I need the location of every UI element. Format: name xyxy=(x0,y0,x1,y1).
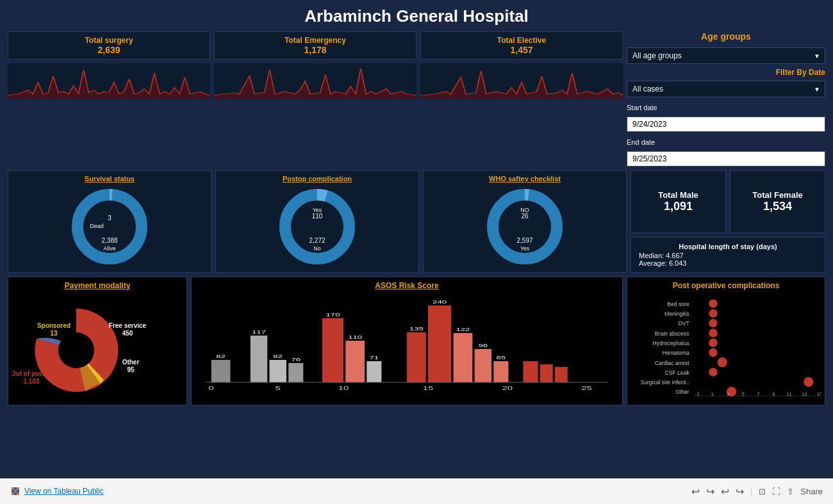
total-emergency-value: 1,178 xyxy=(221,45,409,55)
tableau-link[interactable]: View on Tableau Public xyxy=(24,487,104,496)
svg-point-77 xyxy=(709,329,717,337)
tableau-icon xyxy=(10,486,21,496)
fullscreen-icon[interactable]: ⛶ xyxy=(772,487,780,496)
survival-title[interactable]: Survival status xyxy=(12,175,207,183)
top-left: Total surgery 2,639 Total Emergency 1,17… xyxy=(8,31,623,167)
filter-date-label: Filter By Date xyxy=(627,68,825,77)
date-filter-select[interactable]: All cases xyxy=(627,81,825,97)
svg-rect-103 xyxy=(12,490,14,492)
stat-cards-row: Total surgery 2,639 Total Emergency 1,17… xyxy=(8,31,623,60)
asos-card: ASOS Risk Score 82 82 76 117 170 xyxy=(191,277,623,405)
sparkline-row xyxy=(8,63,623,99)
svg-text:Brain abscess: Brain abscess xyxy=(655,330,689,337)
svg-text:117: 117 xyxy=(252,329,266,335)
svg-point-85 xyxy=(709,368,717,376)
hosp-stay-title: Hospital length of stay (days) xyxy=(639,243,817,250)
svg-text:96: 96 xyxy=(478,343,488,348)
footer-right: ↩ ↪ ↩ ↪ | ⊡ ⛶ ⇧ Share xyxy=(691,485,823,498)
middle-section: Survival status 3 Dead 2,388 Alive Posto… xyxy=(8,170,825,273)
footer-bar: View on Tableau Public ↩ ↪ ↩ ↪ | ⊡ ⛶ ⇧ S… xyxy=(0,478,833,504)
svg-text:Alive: Alive xyxy=(103,245,116,252)
svg-point-25 xyxy=(58,332,94,368)
svg-text:Meningitis: Meningitis xyxy=(664,311,689,317)
bottom-row: Payment modality Spon xyxy=(8,277,825,405)
age-groups-select-wrapper[interactable]: All age groups xyxy=(627,47,825,64)
svg-text:82: 82 xyxy=(216,354,226,359)
svg-rect-59 xyxy=(524,361,538,382)
total-elective-value: 1,457 xyxy=(427,45,616,55)
svg-text:Hematoma: Hematoma xyxy=(663,350,689,356)
svg-text:11: 11 xyxy=(786,391,791,397)
survival-card: Survival status 3 Dead 2,388 Alive xyxy=(8,170,211,273)
forward-icon[interactable]: ↪ xyxy=(736,485,744,498)
gender-hosp-section: Total Male 1,091 Total Female 1,534 Hosp… xyxy=(631,170,825,273)
total-female-value: 1,534 xyxy=(737,200,818,213)
svg-text:2,597: 2,597 xyxy=(516,237,532,244)
top-section: Total surgery 2,639 Total Emergency 1,17… xyxy=(8,31,825,167)
payment-card: Payment modality Spon xyxy=(8,277,187,405)
svg-rect-47 xyxy=(367,361,381,382)
revert-icon[interactable]: ↩ xyxy=(721,485,729,498)
total-surgery-value: 2,639 xyxy=(15,45,203,55)
svg-text:Sponsored: Sponsored xyxy=(37,322,70,329)
elective-sparkline xyxy=(420,63,623,99)
svg-text:0: 0 xyxy=(209,385,214,391)
total-female-card: Total Female 1,534 xyxy=(730,170,825,233)
middle-left: Survival status 3 Dead 2,388 Alive Posto… xyxy=(8,170,825,273)
end-date-input[interactable] xyxy=(627,151,825,167)
svg-text:15: 15 xyxy=(423,385,434,391)
svg-rect-105 xyxy=(17,490,19,492)
svg-text:-1: -1 xyxy=(695,391,700,397)
svg-text:450: 450 xyxy=(122,330,133,337)
view-icon[interactable]: ⊡ xyxy=(759,487,766,496)
start-date-input[interactable] xyxy=(627,117,825,132)
svg-text:95: 95 xyxy=(127,366,135,373)
svg-rect-43 xyxy=(322,318,343,382)
svg-rect-35 xyxy=(211,360,231,382)
svg-text:7: 7 xyxy=(757,391,759,397)
total-surgery-label: Total surgery xyxy=(15,36,203,45)
svg-rect-49 xyxy=(407,332,426,382)
svg-point-79 xyxy=(709,339,717,347)
who-card: WHO saftey checklist NO 26 2,597 Yes xyxy=(423,170,627,273)
share-icon[interactable]: ⇧ xyxy=(787,487,794,496)
svg-rect-45 xyxy=(345,341,365,382)
svg-text:110: 110 xyxy=(348,334,362,340)
svg-text:3: 3 xyxy=(727,391,729,397)
who-title[interactable]: WHO saftey checklist xyxy=(427,175,622,183)
svg-text:65: 65 xyxy=(497,355,506,361)
svg-text:5: 5 xyxy=(742,391,745,397)
svg-text:13: 13 xyxy=(50,330,58,337)
svg-rect-104 xyxy=(14,490,17,492)
payment-pie: Sponsored 13 Free service 450 Other 95 O… xyxy=(12,293,182,398)
svg-text:1: 1 xyxy=(711,391,714,397)
svg-text:170: 170 xyxy=(326,312,340,318)
total-male-card: Total Male 1,091 xyxy=(631,170,726,233)
svg-rect-53 xyxy=(454,333,473,382)
svg-text:5: 5 xyxy=(276,385,281,391)
svg-text:Cardiac arrest: Cardiac arrest xyxy=(655,360,689,366)
age-groups-select[interactable]: All age groups xyxy=(627,47,825,64)
postop-card: Post operative complications Bed sore Me… xyxy=(627,277,825,405)
date-filter-select-wrapper[interactable]: All cases xyxy=(627,81,825,97)
total-surgery-card: Total surgery 2,639 xyxy=(8,31,210,60)
undo-icon[interactable]: ↩ xyxy=(691,485,700,498)
asos-title[interactable]: ASOS Risk Score xyxy=(195,281,618,290)
svg-rect-51 xyxy=(428,305,451,382)
payment-title[interactable]: Payment modality xyxy=(12,281,183,290)
redo-icon[interactable]: ↪ xyxy=(706,485,714,498)
page-title: Arbaminch General Hospital xyxy=(8,6,825,26)
age-groups-label: Age groups xyxy=(627,31,825,42)
svg-rect-100 xyxy=(12,487,14,490)
svg-text:Dead: Dead xyxy=(90,223,104,229)
postop-comp-title[interactable]: Postop complication xyxy=(220,175,415,183)
svg-rect-61 xyxy=(555,367,568,382)
start-date-label: Start date xyxy=(627,104,825,111)
gender-row: Total Male 1,091 Total Female 1,534 xyxy=(631,170,825,233)
svg-rect-102 xyxy=(17,487,19,490)
svg-text:122: 122 xyxy=(456,327,470,332)
svg-text:CSF Leak: CSF Leak xyxy=(665,370,690,376)
postop-comp-card: Postop complication Yes 110 2,272 No xyxy=(215,170,419,273)
surgery-sparkline xyxy=(8,63,210,99)
share-label[interactable]: Share xyxy=(800,487,823,496)
